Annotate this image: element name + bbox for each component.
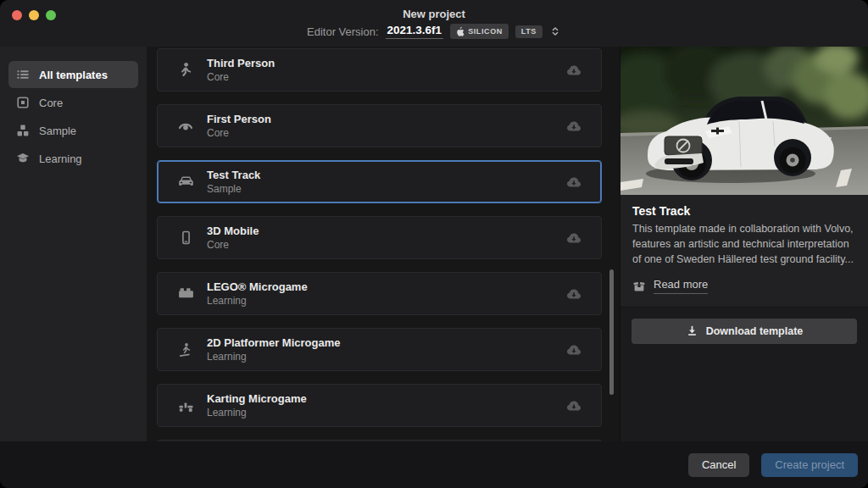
sidebar-item-learning[interactable]: Learning: [8, 145, 138, 172]
template-preview-image: [620, 47, 868, 195]
dialog-title: New project: [403, 8, 465, 20]
core-icon: [16, 96, 30, 109]
template-category: Core: [207, 71, 275, 83]
karting-icon: [175, 396, 196, 416]
read-more-link[interactable]: Read more: [632, 278, 708, 294]
template-card-karting-microgame[interactable]: Karting Microgame Learning: [157, 384, 602, 427]
sidebar-item-core[interactable]: Core: [8, 89, 138, 116]
template-category: Core: [207, 239, 259, 251]
minimize-window-button[interactable]: [29, 10, 39, 20]
sidebar-item-sample[interactable]: Sample: [8, 117, 138, 144]
maximize-window-button[interactable]: [46, 10, 56, 20]
cloud-download-icon: [565, 62, 583, 79]
template-title: 2D Platformer Microgame: [207, 336, 341, 349]
template-card-partial: [157, 440, 602, 441]
cloud-download-icon: [565, 118, 583, 135]
details-title: Test Track: [632, 204, 856, 218]
list-icon: [16, 68, 30, 81]
cancel-button[interactable]: Cancel: [688, 453, 749, 477]
cloud-download-icon: [565, 174, 583, 191]
apple-icon: [456, 26, 465, 36]
sidebar-item-all-templates[interactable]: All templates: [8, 61, 138, 88]
chevron-up-down-icon: [549, 25, 561, 38]
download-section: Download template: [620, 307, 868, 441]
template-title: 3D Mobile: [207, 225, 259, 237]
template-title: Test Track: [207, 169, 260, 181]
download-icon: [686, 324, 698, 337]
template-details-panel: Test Track This template made in collabo…: [620, 47, 868, 441]
lego-icon: [175, 284, 196, 304]
first-person-icon: [175, 116, 196, 136]
template-card-third-person[interactable]: Third Person Core: [157, 48, 602, 92]
titlebar: New project Editor Version: 2021.3.6f1 S…: [0, 0, 868, 47]
cloud-download-icon: [565, 286, 583, 302]
create-project-button[interactable]: Create project: [761, 453, 858, 477]
close-window-button[interactable]: [12, 10, 22, 20]
third-person-icon: [175, 60, 196, 80]
template-card-3d-mobile[interactable]: 3D Mobile Core: [157, 216, 602, 259]
mobile-icon: [175, 228, 196, 248]
details-description: This template made in collaboration with…: [632, 222, 856, 267]
template-category: Learning: [207, 295, 308, 307]
cloud-download-icon: [565, 230, 583, 247]
platformer-icon: [175, 340, 196, 360]
dialog-body: All templates Core Sample Learning: [0, 47, 868, 441]
template-category: Sample: [207, 183, 260, 195]
traffic-lights: [12, 10, 56, 20]
template-card-lego-microgame[interactable]: LEGO® Microgame Learning: [157, 272, 602, 315]
editor-version-row: Editor Version: 2021.3.6f1 SILICON LTS: [307, 24, 561, 39]
template-card-first-person[interactable]: First Person Core: [157, 104, 602, 147]
cloud-download-icon: [565, 397, 583, 414]
car-icon: [175, 172, 196, 192]
lts-badge: LTS: [515, 25, 542, 38]
package-box-icon: [632, 280, 646, 293]
new-project-dialog: New project Editor Version: 2021.3.6f1 S…: [0, 0, 868, 488]
template-card-test-track[interactable]: Test Track Sample: [157, 160, 602, 203]
editor-version-value[interactable]: 2021.3.6f1: [386, 24, 444, 39]
version-stepper[interactable]: [549, 25, 561, 38]
template-list: Third Person Core First Person Core: [147, 47, 620, 441]
template-title: Karting Microgame: [207, 392, 307, 405]
cloud-download-icon: [565, 341, 583, 358]
template-card-2d-platformer-microgame[interactable]: 2D Platformer Microgame Learning: [157, 328, 602, 371]
template-category: Learning: [207, 407, 307, 419]
sample-icon: [16, 124, 30, 137]
editor-version-label: Editor Version:: [307, 25, 379, 38]
list-scrollbar[interactable]: [609, 269, 614, 395]
template-category: Core: [207, 127, 271, 139]
learning-icon: [16, 152, 30, 165]
silicon-badge: SILICON: [450, 24, 509, 39]
dialog-footer: Cancel Create project: [0, 441, 868, 488]
template-title: First Person: [207, 113, 271, 125]
download-template-button[interactable]: Download template: [632, 319, 857, 344]
template-filter-sidebar: All templates Core Sample Learning: [0, 47, 147, 441]
template-info: Test Track This template made in collabo…: [620, 195, 868, 307]
template-category: Learning: [207, 351, 341, 363]
template-title: Third Person: [207, 57, 275, 69]
template-title: LEGO® Microgame: [207, 280, 308, 293]
